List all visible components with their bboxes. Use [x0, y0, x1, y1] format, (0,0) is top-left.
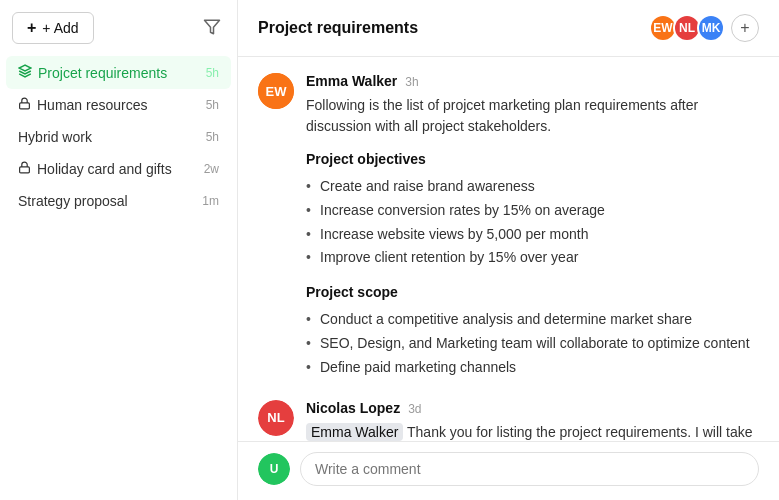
sidebar-item-label: Projcet requirements: [38, 65, 200, 81]
add-member-button[interactable]: +: [731, 14, 759, 42]
avatar-group: EW NL MK +: [649, 14, 759, 42]
current-user-avatar: U: [258, 453, 290, 485]
page-title: Project requirements: [258, 19, 418, 37]
comment-body: Emma Walker 3h Following is the list of …: [306, 73, 759, 380]
comment-text: Emma Walker Thank you for listing the pr…: [306, 422, 759, 441]
list-item: Increase conversion rates by 15% on aver…: [306, 199, 759, 223]
avatar-initials: NL: [675, 16, 699, 40]
sidebar-item-strategy-proposal[interactable]: Strategy proposal 1m: [6, 185, 231, 217]
lock-icon: [18, 97, 31, 113]
project-icon: [18, 64, 32, 81]
sidebar-item-time: 2w: [204, 162, 219, 176]
sidebar-item-label: Holiday card and gifts: [37, 161, 198, 177]
sidebar-item-label: Hybrid work: [18, 129, 200, 145]
avatar-initials: MK: [699, 16, 723, 40]
list-item: Improve client retention by 15% over yea…: [306, 246, 759, 270]
bullet-list: Conduct a competitive analysis and deter…: [306, 308, 759, 379]
filter-button[interactable]: [199, 14, 225, 43]
list-item: Create and raise brand awareness: [306, 175, 759, 199]
comment-input[interactable]: [300, 452, 759, 486]
sidebar: + + Add Projcet requirements 5h Human re…: [0, 0, 238, 500]
comment-input-row: U: [238, 441, 779, 500]
sidebar-item-time: 5h: [206, 130, 219, 144]
sidebar-item-time: 5h: [206, 66, 219, 80]
list-item: Increase website views by 5,000 per mont…: [306, 223, 759, 247]
section-heading: Project objectives: [306, 151, 759, 167]
svg-marker-0: [205, 20, 220, 34]
comment-author: Emma Walker: [306, 73, 397, 89]
comment-body: Nicolas Lopez 3d Emma Walker Thank you f…: [306, 400, 759, 441]
lock-icon: [18, 161, 31, 177]
svg-rect-1: [20, 103, 30, 109]
mention-tag: Emma Walker: [306, 423, 403, 441]
avatar: EW: [258, 73, 294, 109]
main-content: EW Emma Walker 3h Following is the list …: [238, 57, 779, 441]
comment-intro: Following is the list of projcet marketi…: [306, 95, 759, 137]
comment-block: NL Nicolas Lopez 3d Emma Walker Thank yo…: [258, 400, 759, 441]
add-button-label: + Add: [42, 20, 78, 36]
comment-time: 3h: [405, 75, 418, 89]
list-item: SEO, Design, and Marketing team will col…: [306, 332, 759, 356]
sidebar-item-label: Human resources: [37, 97, 200, 113]
avatar-initials: EW: [651, 16, 675, 40]
sidebar-item-time: 1m: [202, 194, 219, 208]
sidebar-item-label: Strategy proposal: [18, 193, 196, 209]
sidebar-item-time: 5h: [206, 98, 219, 112]
comment-time: 3d: [408, 402, 421, 416]
bullet-list: Create and raise brand awareness Increas…: [306, 175, 759, 270]
add-button[interactable]: + + Add: [12, 12, 94, 44]
list-item: Conduct a competitive analysis and deter…: [306, 308, 759, 332]
sidebar-item-human-resources[interactable]: Human resources 5h: [6, 89, 231, 121]
plus-icon: +: [27, 19, 36, 37]
svg-rect-2: [20, 167, 30, 173]
avatar: MK: [697, 14, 725, 42]
sidebar-item-project-requirements[interactable]: Projcet requirements 5h: [6, 56, 231, 89]
comment-meta: Emma Walker 3h: [306, 73, 759, 89]
comment-meta: Nicolas Lopez 3d: [306, 400, 759, 416]
sidebar-item-hybrid-work[interactable]: Hybrid work 5h: [6, 121, 231, 153]
main-panel: Project requirements EW NL MK + EW Emma …: [238, 0, 779, 500]
main-header: Project requirements EW NL MK +: [238, 0, 779, 57]
comment-block: EW Emma Walker 3h Following is the list …: [258, 73, 759, 380]
comment-author: Nicolas Lopez: [306, 400, 400, 416]
avatar: NL: [258, 400, 294, 436]
section-heading: Project scope: [306, 284, 759, 300]
sidebar-item-holiday-card[interactable]: Holiday card and gifts 2w: [6, 153, 231, 185]
list-item: Define paid marketing channels: [306, 356, 759, 380]
